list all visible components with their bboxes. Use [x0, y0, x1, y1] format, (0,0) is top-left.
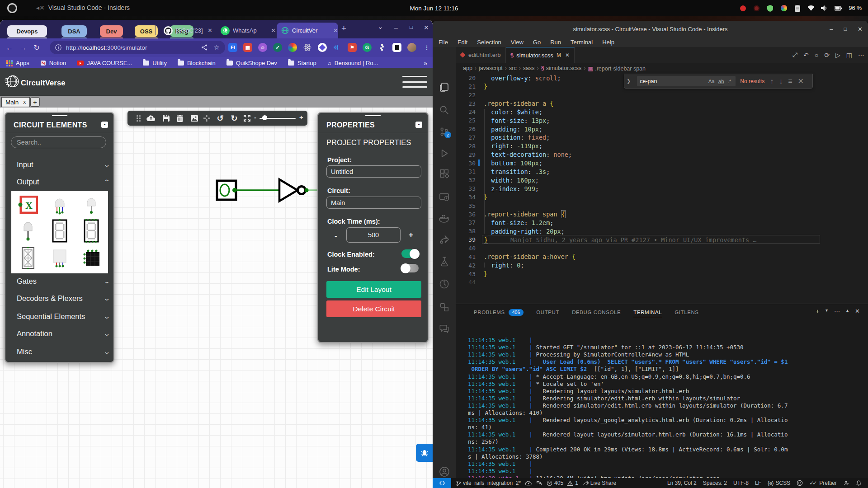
- add-circuit-button[interactable]: +: [30, 97, 40, 107]
- tabs-chevron-icon[interactable]: ⌄: [377, 23, 383, 31]
- cursor-position[interactable]: Ln 39, Col 2: [667, 480, 697, 486]
- forward-icon[interactable]: →: [16, 44, 30, 52]
- code-line-34[interactable]: 34}: [456, 193, 868, 202]
- menu-run[interactable]: Run: [550, 39, 561, 46]
- ext-flag-icon[interactable]: ⚑: [348, 43, 357, 52]
- problems-status[interactable]: 4051: [547, 480, 578, 486]
- bookmark-java-course-[interactable]: JAVA COURSE...: [77, 60, 132, 66]
- match-case-icon[interactable]: Aa: [708, 79, 715, 84]
- ext-red-icon[interactable]: ▦: [243, 43, 252, 52]
- panel-tab-problems[interactable]: PROBLEMS406: [474, 309, 524, 316]
- bookmarks-overflow-icon[interactable]: »: [424, 60, 427, 67]
- browser-tab-whatsap[interactable]: WhatsAp✕: [216, 23, 276, 38]
- code-line-32[interactable]: 32 width: 160px;: [456, 176, 868, 184]
- volume-icon[interactable]: [821, 5, 828, 12]
- comments-icon[interactable]: [433, 320, 456, 338]
- url-bar[interactable]: http://localhost:3000/simulator ☆: [50, 41, 225, 54]
- prettier-status[interactable]: ✓✓Prettier: [809, 480, 837, 486]
- fullscreen-icon[interactable]: [241, 111, 252, 126]
- regex-icon[interactable]: .*: [728, 79, 731, 84]
- element-led[interactable]: [85, 195, 98, 215]
- battery-icon[interactable]: [835, 5, 842, 12]
- indentation[interactable]: Spaces: 2: [703, 480, 727, 486]
- breadcrumb[interactable]: app›javascript›src›sass›§simulator.scss›…: [456, 63, 868, 74]
- breadcrumb-item-src[interactable]: src: [509, 65, 517, 71]
- ext-purple-icon[interactable]: ☺: [258, 43, 267, 52]
- breadcrumb-item-simulator-scss[interactable]: §simulator.scss: [541, 65, 581, 71]
- panel-tab-gitlens[interactable]: GITLENS: [675, 310, 698, 315]
- elements-section-sequential-elements[interactable]: Sequential Elements⌄: [17, 312, 109, 321]
- menu-edit[interactable]: Edit: [458, 39, 467, 46]
- menu-file[interactable]: File: [439, 39, 448, 46]
- tab-group-dsa[interactable]: DSA: [61, 25, 87, 37]
- clock-time-input[interactable]: 500: [346, 227, 401, 243]
- split-editor-icon[interactable]: ◫: [846, 52, 852, 59]
- panel-drag-handle[interactable]: [365, 115, 381, 116]
- tab-group-dev[interactable]: Dev: [100, 25, 123, 37]
- circle-arrow-icon[interactable]: ⟳: [824, 52, 830, 59]
- reload-icon[interactable]: ↻: [30, 43, 43, 52]
- drag-handle-icon[interactable]: [133, 111, 144, 126]
- element-sixteen-seg-display[interactable]: [21, 247, 35, 269]
- zoom-slider-knob[interactable]: [262, 115, 267, 120]
- vscode-title-bar[interactable]: simulator.scss - CircuitVerse - Visual S…: [433, 21, 868, 37]
- person-add-icon[interactable]: [843, 480, 849, 486]
- image-export-icon[interactable]: [189, 111, 200, 126]
- bookmark-bensound-ro-[interactable]: ♫Bensound | Ro...: [327, 60, 378, 66]
- bookmark-utility[interactable]: Utility: [143, 60, 167, 66]
- code-line-36[interactable]: 36.report-sidebar span {: [456, 210, 868, 219]
- clipboard-icon[interactable]: [794, 5, 801, 12]
- elements-search-input[interactable]: Search..: [11, 136, 106, 148]
- code-line-29[interactable]: 29 text-decoration: none;: [456, 150, 868, 159]
- element-output-pin[interactable]: X: [18, 196, 38, 215]
- share-icon[interactable]: [201, 44, 208, 51]
- testing-icon[interactable]: [433, 252, 456, 270]
- code-editor[interactable]: 20 overflow-y: scroll;21}2223.report-sid…: [456, 74, 868, 304]
- panel-tab-output[interactable]: OUTPUT: [536, 310, 559, 315]
- code-line-24[interactable]: 24 color: $white;: [456, 108, 868, 116]
- menu-terminal[interactable]: Terminal: [571, 39, 593, 46]
- code-line-30[interactable]: 30 bottom: 100px;: [456, 159, 868, 168]
- gitlens-icon[interactable]: [433, 275, 456, 293]
- clock-decrement-button[interactable]: -: [335, 231, 337, 240]
- notifications-bell-icon[interactable]: [856, 480, 862, 486]
- git-branch-status[interactable]: vite_rails_integration_2*: [456, 480, 521, 486]
- browser-maximize-icon[interactable]: □: [410, 24, 413, 30]
- code-line-43[interactable]: 43}: [456, 270, 868, 278]
- breadcrumb-item-sass[interactable]: sass: [523, 65, 535, 71]
- window-controls[interactable]: –□✕: [830, 21, 863, 37]
- whole-word-icon[interactable]: ab: [718, 79, 724, 84]
- containers-icon[interactable]: [433, 298, 456, 316]
- explorer-icon[interactable]: [433, 78, 456, 96]
- browser-minimize-icon[interactable]: –: [394, 24, 398, 31]
- color-picker-icon[interactable]: [780, 5, 788, 12]
- breadcrumb-item-javascript[interactable]: javascript: [479, 65, 503, 71]
- code-line-25[interactable]: 25 font-size: 13px;: [456, 116, 868, 125]
- bookmark-quikshope-dev[interactable]: QuikShope Dev: [226, 60, 277, 66]
- sync-icon[interactable]: [525, 480, 532, 486]
- source-control-icon[interactable]: [433, 122, 456, 141]
- system-tray[interactable]: 96 %: [740, 0, 862, 16]
- browser-close-icon[interactable]: ✕: [424, 24, 429, 31]
- code-line-33[interactable]: 33 z-index: 999;: [456, 184, 868, 193]
- trash-icon[interactable]: [175, 111, 185, 126]
- menu-hamburger-icon[interactable]: [402, 76, 427, 88]
- menu-go[interactable]: Go: [533, 39, 541, 46]
- extensions-icon[interactable]: [433, 164, 456, 183]
- elements-section-misc[interactable]: Misc⌄: [17, 347, 109, 356]
- docker-icon[interactable]: [433, 209, 456, 227]
- ext-bw-icon[interactable]: [392, 43, 401, 52]
- code-line-28[interactable]: 28 right: -119px;: [456, 142, 868, 150]
- breadcrumb-item-app[interactable]: app: [463, 65, 472, 71]
- circuitverse-brand[interactable]: CircuitVerse: [21, 79, 66, 87]
- redo-icon[interactable]: ↻: [229, 111, 240, 126]
- ext-react-icon[interactable]: [303, 43, 312, 52]
- editor-tab-simulator.scss[interactable]: §simulator.scssM✕: [506, 47, 575, 63]
- code-line-23[interactable]: 23.report-sidebar a {: [456, 99, 868, 108]
- back-icon[interactable]: ←: [3, 44, 16, 52]
- wifi-icon[interactable]: [807, 5, 815, 12]
- element-bulb-led[interactable]: [22, 220, 34, 242]
- close-tab-icon[interactable]: ✕: [208, 27, 212, 34]
- code-line-22[interactable]: 22: [456, 91, 868, 99]
- encoding[interactable]: UTF-8: [733, 480, 749, 486]
